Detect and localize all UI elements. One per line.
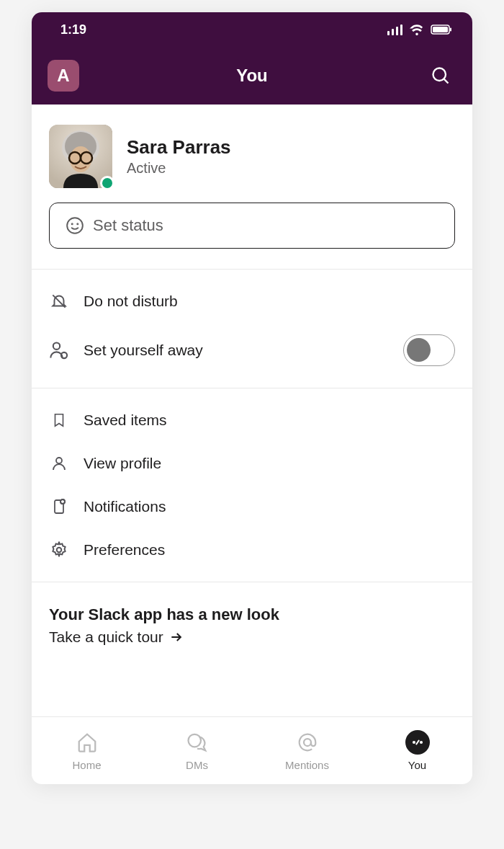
nav-mentions[interactable]: Mentions xyxy=(252,717,362,784)
away-icon xyxy=(49,340,69,360)
set-away-item[interactable]: Set yourself away xyxy=(32,323,472,378)
nav-dms[interactable]: DMs xyxy=(142,717,252,784)
toggle-knob xyxy=(407,338,431,362)
preferences-label: Preferences xyxy=(84,541,455,559)
notifications-item[interactable]: Notifications xyxy=(32,485,472,528)
do-not-disturb-item[interactable]: Do not disturb xyxy=(32,280,472,323)
profile-info: Sara Parras Active xyxy=(127,136,231,177)
nav-home[interactable]: Home xyxy=(32,717,142,784)
saved-items-item[interactable]: Saved items xyxy=(32,399,472,442)
signal-icon xyxy=(387,24,403,35)
set-status-button[interactable]: Set status xyxy=(49,203,455,249)
gear-icon xyxy=(49,540,69,560)
home-icon xyxy=(75,730,99,755)
presence-indicator xyxy=(100,176,114,190)
status-input-section: Set status xyxy=(32,203,472,269)
phone-notification-icon xyxy=(49,497,69,517)
device-status-bar: 1:19 xyxy=(32,12,472,47)
search-icon xyxy=(431,66,451,86)
nav-mentions-label: Mentions xyxy=(285,759,329,771)
dms-icon xyxy=(185,730,210,755)
clock: 1:19 xyxy=(60,22,86,37)
svg-point-20 xyxy=(53,343,60,350)
svg-point-29 xyxy=(304,739,311,746)
nav-home-label: Home xyxy=(72,759,101,771)
arrow-right-icon xyxy=(169,630,184,644)
you-icon xyxy=(405,730,430,755)
take-tour-link[interactable]: Take a quick tour xyxy=(49,628,455,646)
search-button[interactable] xyxy=(425,60,456,92)
away-toggle[interactable] xyxy=(403,334,455,366)
svg-point-16 xyxy=(67,218,83,234)
saved-label: Saved items xyxy=(84,412,455,429)
dnd-label: Do not disturb xyxy=(84,293,455,310)
nav-you[interactable]: You xyxy=(362,717,472,784)
page-title: You xyxy=(236,66,268,86)
promo-title: Your Slack app has a new look xyxy=(49,605,455,624)
wifi-icon xyxy=(409,24,425,35)
svg-line-8 xyxy=(444,79,449,84)
svg-point-31 xyxy=(419,741,422,744)
main-menu-section: Saved items View profile Notifications xyxy=(32,388,472,582)
svg-point-28 xyxy=(188,734,201,747)
svg-rect-5 xyxy=(433,27,448,32)
svg-point-17 xyxy=(72,223,73,224)
svg-rect-6 xyxy=(450,28,451,32)
mentions-icon xyxy=(295,730,320,755)
profile-section: Sara Parras Active xyxy=(32,105,472,203)
nav-dms-label: DMs xyxy=(186,759,208,771)
svg-rect-1 xyxy=(392,29,394,35)
workspace-switcher[interactable]: A xyxy=(48,60,79,92)
profile-name: Sara Parras xyxy=(127,136,231,159)
preferences-item[interactable]: Preferences xyxy=(32,528,472,572)
notifications-label: Notifications xyxy=(84,498,455,515)
status-icons xyxy=(387,24,452,35)
svg-point-30 xyxy=(412,741,415,744)
bookmark-icon xyxy=(49,410,69,430)
presence-menu-section: Do not disturb Set yourself away xyxy=(32,270,472,388)
svg-rect-2 xyxy=(396,27,398,35)
svg-rect-3 xyxy=(400,25,402,35)
person-icon xyxy=(49,453,69,474)
nav-you-label: You xyxy=(408,759,426,771)
svg-point-7 xyxy=(433,68,446,81)
avatar-container[interactable] xyxy=(49,125,112,188)
dnd-icon xyxy=(49,291,69,311)
svg-point-22 xyxy=(56,458,62,463)
smile-icon xyxy=(66,216,84,235)
promo-link-text: Take a quick tour xyxy=(49,628,163,646)
status-placeholder: Set status xyxy=(93,216,163,235)
view-profile-item[interactable]: View profile xyxy=(32,442,472,485)
phone-screen: 1:19 A You xyxy=(32,12,472,784)
view-profile-label: View profile xyxy=(84,455,455,472)
battery-icon xyxy=(431,25,452,35)
svg-rect-0 xyxy=(387,31,390,35)
svg-point-26 xyxy=(57,548,62,553)
away-label: Set yourself away xyxy=(84,342,389,359)
svg-point-18 xyxy=(77,223,78,224)
spacer xyxy=(32,675,472,716)
promo-section: Your Slack app has a new look Take a qui… xyxy=(32,582,472,675)
bottom-navigation: Home DMs Mentions xyxy=(32,716,472,784)
profile-presence-text: Active xyxy=(127,160,231,177)
header: A You xyxy=(32,47,472,105)
workspace-letter: A xyxy=(57,66,69,86)
